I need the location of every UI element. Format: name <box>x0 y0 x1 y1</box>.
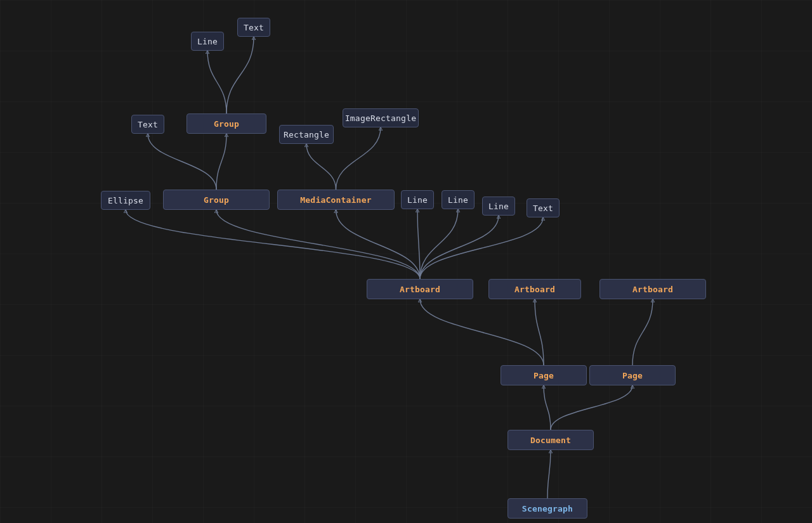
node-line3[interactable]: Line <box>482 197 515 216</box>
node-scenegraph[interactable]: Scenegraph <box>508 498 587 519</box>
node-page1[interactable]: Page <box>501 365 587 385</box>
node-line1[interactable]: Line <box>401 190 434 209</box>
node-ellipse[interactable]: Ellipse <box>101 191 150 210</box>
diagram-canvas: ScenegraphDocumentPagePageArtboardArtboa… <box>0 0 812 523</box>
node-artboard1[interactable]: Artboard <box>367 279 473 299</box>
node-text3[interactable]: Text <box>527 198 560 217</box>
node-group2[interactable]: Group <box>163 190 270 210</box>
node-imagerect[interactable]: ImageRectangle <box>343 108 419 127</box>
node-rectangle[interactable]: Rectangle <box>279 125 334 144</box>
node-group1[interactable]: Group <box>187 113 266 134</box>
node-document[interactable]: Document <box>508 430 594 450</box>
node-page2[interactable]: Page <box>589 365 676 385</box>
node-artboard2[interactable]: Artboard <box>488 279 581 299</box>
node-textTop[interactable]: Text <box>237 18 270 37</box>
node-artboard3[interactable]: Artboard <box>599 279 706 299</box>
node-text1[interactable]: Text <box>131 115 164 134</box>
node-line2[interactable]: Line <box>442 190 475 209</box>
node-media[interactable]: MediaContainer <box>277 190 395 210</box>
node-lineTop[interactable]: Line <box>191 32 224 51</box>
